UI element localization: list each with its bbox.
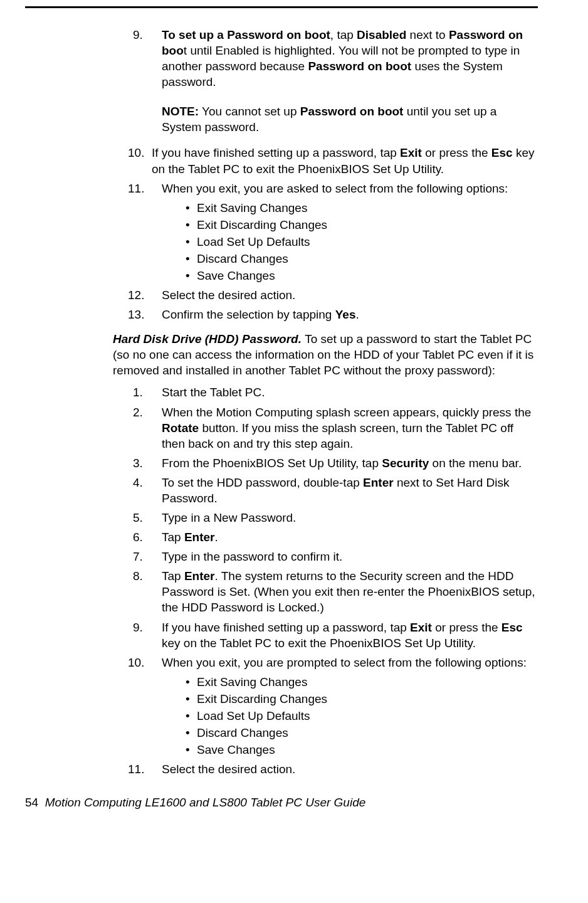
options-list-2: Exit Saving Changes Exit Discarding Chan…	[186, 674, 538, 758]
step-number: 13.	[128, 307, 144, 322]
text: Save Changes	[197, 269, 275, 282]
text: or press the	[432, 621, 501, 634]
list-item: Load Set Up Defaults	[186, 708, 538, 724]
text: , tap	[330, 28, 357, 41]
text: Save Changes	[197, 743, 275, 756]
hdd-step-11: 11. Select the desired action.	[125, 761, 538, 777]
step-number: 6.	[133, 529, 143, 545]
list-item: Exit Saving Changes	[186, 200, 538, 216]
step-number: 10.	[128, 145, 144, 161]
step-11: 11. When you exit, you are asked to sele…	[125, 181, 538, 196]
text: button. If you miss the splash screen, t…	[162, 421, 513, 450]
page-number: 54	[25, 796, 38, 809]
text: next to	[406, 28, 449, 41]
text-bold: Yes	[335, 308, 356, 321]
footer-title: Motion Computing LE1600 and LS800 Tablet…	[45, 796, 366, 809]
text: When the Motion Computing splash screen …	[162, 406, 531, 419]
hdd-intro-paragraph: Hard Disk Drive (HDD) Password. To set u…	[113, 331, 538, 378]
list-item: Discard Changes	[186, 725, 538, 741]
step-number: 1.	[133, 384, 143, 400]
step-9: 9. To set up a Password on boot, tap Dis…	[125, 27, 538, 135]
text: Exit Discarding Changes	[197, 218, 327, 231]
page-footer: 54 Motion Computing LE1600 and LS800 Tab…	[25, 796, 588, 810]
text: Type in a New Password.	[162, 511, 296, 524]
note-label: NOTE:	[162, 105, 199, 118]
list-item: Exit Discarding Changes	[186, 691, 538, 707]
text: To set the HDD password, double-tap	[162, 476, 363, 489]
text-bold: To set up a Password on boot	[162, 28, 330, 41]
step-10: 10.If you have finished setting up a pas…	[125, 145, 538, 176]
step-number: 11.	[128, 181, 144, 196]
hdd-step-7: 7. Type in the password to confirm it.	[125, 549, 538, 564]
list-item: Exit Saving Changes	[186, 674, 538, 690]
text: If you have finished setting up a passwo…	[162, 621, 410, 634]
list-item: Discard Changes	[186, 251, 538, 267]
hdd-step-3: 3. From the PhoenixBIOS Set Up Utility, …	[125, 455, 538, 471]
text: When you exit, you are prompted to selec…	[162, 656, 527, 669]
text-bold: Exit	[410, 621, 432, 634]
list-item: Save Changes	[186, 268, 538, 283]
text: .	[355, 308, 359, 321]
text: Exit Discarding Changes	[197, 692, 327, 705]
text: Load Set Up Defaults	[197, 709, 310, 722]
text: Tap	[162, 569, 184, 583]
list-item: Exit Discarding Changes	[186, 217, 538, 233]
text: . The system returns to the Security scr…	[162, 569, 535, 614]
step-number: 7.	[133, 549, 143, 564]
text: Exit Saving Changes	[197, 675, 307, 689]
text-bold: Security	[382, 457, 429, 470]
text-bold: Enter	[363, 476, 394, 489]
hdd-step-2: 2. When the Motion Computing splash scre…	[125, 404, 538, 452]
text: Type in the password to confirm it.	[162, 550, 342, 563]
list-item: Load Set Up Defaults	[186, 234, 538, 250]
step-number: 2.	[133, 404, 143, 420]
step-number: 12.	[128, 287, 144, 303]
hdd-step-5: 5. Type in a New Password.	[125, 510, 538, 525]
text: If you have finished setting up a passwo…	[152, 146, 400, 159]
page-body: 9. To set up a Password on boot, tap Dis…	[25, 6, 538, 777]
step-number: 5.	[133, 510, 143, 525]
text: Confirm the selection by tapping	[162, 308, 335, 321]
text: Exit Saving Changes	[197, 201, 307, 214]
hdd-step-10: 10. When you exit, you are prompted to s…	[125, 655, 538, 670]
text: key on the Tablet PC to exit the Phoenix…	[162, 636, 476, 650]
hdd-step-1: 1. Start the Tablet PC.	[125, 384, 538, 400]
step-number: 4.	[133, 475, 143, 490]
text: Select the desired action.	[162, 288, 295, 302]
hdd-step-8: 8. Tap Enter. The system returns to the …	[125, 568, 538, 615]
step-12: 12. Select the desired action.	[125, 287, 538, 303]
text: You cannot set up	[199, 105, 300, 118]
hdd-step-9: 9. If you have finished setting up a pas…	[125, 620, 538, 651]
text: or press the	[422, 146, 491, 159]
hdd-step-6: 6. Tap Enter.	[125, 529, 538, 545]
step-13: 13. Confirm the selection by tapping Yes…	[125, 307, 538, 322]
step-number: 3.	[133, 455, 143, 471]
text-bold: Esc	[501, 621, 523, 634]
text: From the PhoenixBIOS Set Up Utility, tap	[162, 457, 382, 470]
text: Discard Changes	[197, 726, 288, 739]
text-bold: Disabled	[357, 28, 406, 41]
text: Tap	[162, 531, 184, 544]
options-list-1: Exit Saving Changes Exit Discarding Chan…	[186, 200, 538, 283]
text-bold: Exit	[400, 146, 422, 159]
text-bold: Enter	[184, 569, 215, 583]
text: Load Set Up Defaults	[197, 235, 310, 248]
step-number: 10.	[128, 655, 144, 670]
step-number: 9.	[133, 620, 143, 635]
list-item: Save Changes	[186, 742, 538, 758]
text-bold: Password on boot	[308, 60, 411, 73]
step-number: 8.	[133, 568, 143, 584]
text: on the menu bar.	[429, 457, 522, 470]
step-number: 9.	[133, 27, 143, 43]
text: When you exit, you are asked to select f…	[162, 182, 508, 195]
text-bold: Enter	[184, 531, 215, 544]
note-block: NOTE: You cannot set up Password on boot…	[162, 103, 538, 135]
text: .	[215, 531, 218, 544]
text-bold: Password on boot	[300, 105, 404, 118]
step-number: 11.	[128, 761, 144, 777]
text: Select the desired action.	[162, 763, 295, 776]
text-bold: Rotate	[162, 421, 199, 435]
hdd-title: Hard Disk Drive (HDD) Password.	[113, 332, 305, 346]
text: Start the Tablet PC.	[162, 386, 265, 399]
text-bold: Esc	[491, 146, 513, 159]
